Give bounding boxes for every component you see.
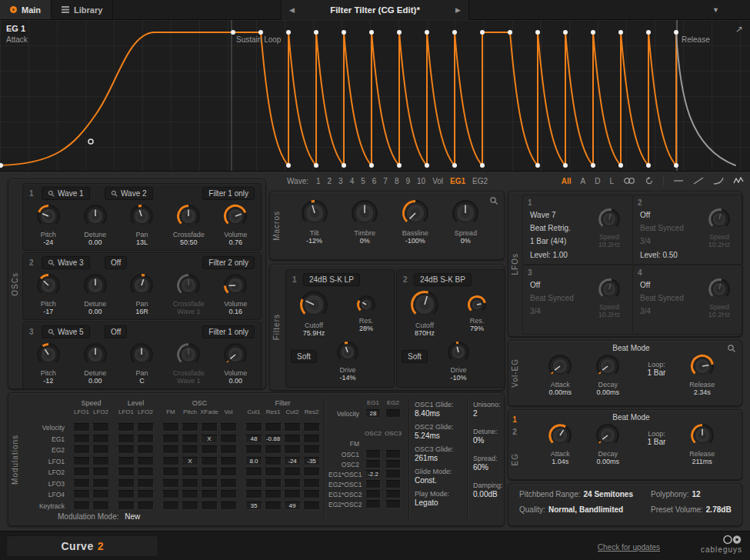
cutoff-knob[interactable]: Cutoff75.9Hz xyxy=(292,290,335,338)
envelope-point[interactable] xyxy=(369,30,374,35)
lfo1-rate-select[interactable]: 1 Bar (4/4) xyxy=(530,237,566,245)
release-knob[interactable]: Release2.34s xyxy=(681,354,724,397)
mod-cell[interactable] xyxy=(92,457,109,465)
mod-cell[interactable] xyxy=(201,468,218,476)
pan-knob[interactable]: PanC xyxy=(120,342,163,385)
random-tool-icon[interactable] xyxy=(733,177,744,185)
mod-cell[interactable] xyxy=(220,423,237,432)
wave-item-eg2[interactable]: EG2 xyxy=(472,177,488,185)
osc1-wave-a-select[interactable]: Wave 1 xyxy=(42,187,90,200)
mod-cell[interactable] xyxy=(118,435,135,443)
mod-cell[interactable] xyxy=(220,479,237,488)
filter1-type-select[interactable]: 24dB S-K LP xyxy=(303,273,360,286)
mod-cell[interactable] xyxy=(182,468,198,476)
expand-icon[interactable]: ↗ xyxy=(735,24,743,35)
lfo1-wave-select[interactable]: Wave 7 xyxy=(530,211,556,219)
envelope-point[interactable] xyxy=(508,30,512,35)
envelope-editor[interactable]: EG 1 Attack Sustain Loop Release ↗ xyxy=(0,20,750,172)
mod-cell[interactable] xyxy=(284,445,301,454)
mod-cell[interactable] xyxy=(73,457,90,465)
mod-cell[interactable] xyxy=(118,468,135,476)
cableguys-logo[interactable]: cableguys xyxy=(701,535,742,554)
envelope-point[interactable] xyxy=(258,30,263,35)
mod-cell[interactable] xyxy=(303,445,320,454)
eg-tab-1[interactable]: 1 xyxy=(508,415,521,424)
decay-knob[interactable]: Decay0.00ms xyxy=(586,423,629,466)
mod-cell[interactable] xyxy=(73,502,90,510)
mod-cell[interactable] xyxy=(245,445,262,454)
lfo2-level[interactable]: Level: 0.50 xyxy=(640,251,678,259)
lfo3-mode-select[interactable]: Beat Synced xyxy=(530,294,574,302)
wave-item-5[interactable]: 5 xyxy=(361,177,365,185)
envelope-point[interactable] xyxy=(591,30,595,35)
mod-cell[interactable] xyxy=(162,435,179,443)
mod-cell[interactable] xyxy=(182,502,198,510)
pitch-knob[interactable]: Pitch-12 xyxy=(27,342,70,385)
spread-knob[interactable]: Spread0% xyxy=(444,199,487,245)
mod-cell[interactable] xyxy=(385,490,401,498)
quality-setting[interactable]: Quality:Normal, Bandlimited xyxy=(519,505,646,514)
modulation-mode-select[interactable]: New xyxy=(125,512,140,521)
mod-cell[interactable] xyxy=(365,500,381,508)
mod-cell[interactable]: -2.2 xyxy=(365,470,381,478)
release-knob[interactable]: Release211ms xyxy=(681,423,724,466)
mod-cell[interactable] xyxy=(303,435,320,443)
ramp-tool-icon[interactable] xyxy=(693,177,704,185)
envelope-point[interactable] xyxy=(397,163,402,168)
wave-item-1[interactable]: 1 xyxy=(316,177,321,185)
mod-cell[interactable] xyxy=(284,479,301,488)
mod-cell[interactable] xyxy=(137,457,154,465)
envelope-point[interactable] xyxy=(646,30,651,35)
mod-cell[interactable] xyxy=(220,490,237,498)
mod-cell[interactable] xyxy=(201,502,218,510)
attack-curve[interactable] xyxy=(0,32,261,165)
mod-cell[interactable] xyxy=(92,445,109,454)
mod-cell[interactable] xyxy=(265,502,282,510)
mod-cell[interactable]: 49 xyxy=(284,502,301,510)
speed-knob[interactable]: Speed10.2Hz xyxy=(588,208,631,249)
crossfade-knob[interactable]: Crossfade50:50 xyxy=(167,204,210,247)
mod-cell[interactable] xyxy=(182,423,198,432)
mod-cell[interactable] xyxy=(265,423,282,432)
mod-cell[interactable] xyxy=(162,445,179,454)
envelope-point[interactable] xyxy=(342,30,346,35)
lfo2-wave-select[interactable]: Off xyxy=(640,211,650,219)
mod-cell[interactable]: 8.0 xyxy=(245,457,262,465)
decay-knob[interactable]: Decay0.00ms xyxy=(586,354,629,397)
wave-item-8[interactable]: 8 xyxy=(395,177,399,185)
mod-cell[interactable] xyxy=(162,479,179,488)
mod-cell[interactable] xyxy=(265,479,282,488)
envelope-point[interactable] xyxy=(535,163,540,168)
wave-item-9[interactable]: 9 xyxy=(405,177,410,185)
mod-cell[interactable]: -35 xyxy=(303,457,320,465)
mod-cell[interactable] xyxy=(265,468,282,476)
osc3-filter-routing-select[interactable]: Filter 1 only xyxy=(202,325,255,338)
attack-knob[interactable]: Attack0.00ms xyxy=(538,354,582,397)
lfo4-wave-select[interactable]: Off xyxy=(640,281,650,289)
speed-knob[interactable]: Speed10.2Hz xyxy=(698,278,741,319)
mod-cell[interactable] xyxy=(385,460,401,468)
lfo1-mode-select[interactable]: Beat Retrig. xyxy=(530,224,571,232)
mod-cell[interactable] xyxy=(303,479,320,488)
mod-cell[interactable] xyxy=(201,445,218,454)
retrigger-icon[interactable] xyxy=(645,176,654,185)
release-curve[interactable] xyxy=(676,32,735,165)
res-knob[interactable]: Res.79% xyxy=(455,295,498,333)
lfo4-rate-select[interactable]: 3/4 xyxy=(640,307,651,315)
mod-cell[interactable] xyxy=(220,502,237,510)
envelope-point[interactable] xyxy=(618,30,623,35)
mod-cell[interactable] xyxy=(73,423,90,432)
glide-mode[interactable]: Glide Mode:Const. xyxy=(415,468,462,485)
bassline-knob[interactable]: Bassline-100% xyxy=(394,199,437,245)
mod-cell[interactable] xyxy=(365,490,381,498)
mod-cell[interactable] xyxy=(385,500,401,508)
mod-cell[interactable] xyxy=(162,423,179,432)
pan-knob[interactable]: Pan16R xyxy=(120,273,163,316)
mod-cell[interactable] xyxy=(245,479,262,488)
vol-eg-mode-select[interactable]: Beat Mode xyxy=(521,344,742,352)
mod-cell[interactable] xyxy=(92,502,109,510)
envelope-point[interactable] xyxy=(563,163,568,168)
magnifier-icon[interactable] xyxy=(727,344,736,353)
mod-cell[interactable] xyxy=(385,409,401,418)
mod-cell[interactable]: X xyxy=(201,435,218,443)
